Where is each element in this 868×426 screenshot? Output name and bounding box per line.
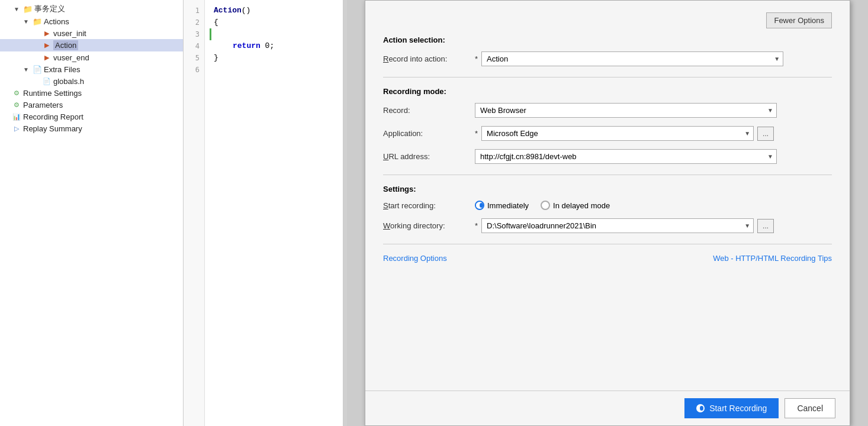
chinese-label: 事务定义 <box>34 4 65 14</box>
code-editor: 1 2 3 4 5 6 Action() { return 0; <box>184 0 343 426</box>
record-into-action-select-wrap: Action vuser_init vuser_end ▼ <box>481 51 783 66</box>
start-recording-row: Start recording: Immediately <box>383 201 832 210</box>
radio-immediately-circle <box>475 201 484 210</box>
working-dir-label: Working directory: <box>383 221 475 230</box>
record-into-action-row: Record into action: * Action vuser_init … <box>383 51 832 66</box>
sidebar-item-runtime[interactable]: ⚙ Runtime Settings <box>0 87 183 99</box>
record-select[interactable]: Web Browser Windows Sockets COM/DCOM <box>475 103 777 118</box>
cancel-button[interactable]: Cancel <box>785 398 835 418</box>
fewer-options-row: Fewer Options <box>383 12 832 28</box>
runtime-icon: ⚙ <box>12 88 21 98</box>
links-row: Recording Options Web - HTTP/HTML Record… <box>383 254 832 263</box>
working-dir-browse-button[interactable]: ... <box>757 219 774 233</box>
collapse-icon-actions: ▼ <box>21 17 31 26</box>
code-line-3 <box>210 28 338 40</box>
folder-icon-actions: 📁 <box>33 17 42 26</box>
radio-immediately[interactable]: Immediately <box>475 201 529 210</box>
recording-options-link[interactable]: Recording Options <box>383 254 447 263</box>
sidebar-item-parameters[interactable]: ⚙ Parameters <box>0 99 183 111</box>
url-select[interactable]: http://cfgjt.cn:8981/devt-web <box>475 149 777 164</box>
line-num-3: 3 <box>184 28 204 40</box>
radio-delayed[interactable]: In delayed mode <box>541 201 610 210</box>
record-into-action-select[interactable]: Action vuser_init vuser_end <box>481 51 783 66</box>
url-label: URL address: <box>383 152 475 161</box>
required-star-dir: * <box>475 221 478 230</box>
sidebar-item-label-replay: Replay Summary <box>23 124 82 133</box>
sidebar-item-replay-summary[interactable]: ▷ Replay Summary <box>0 122 183 134</box>
settings-section: Settings: Start recording: Immediately <box>383 185 832 233</box>
dialog-footer: Start Recording Cancel <box>365 390 850 425</box>
sidebar-item-label-vuser-end: vuser_end <box>53 53 89 62</box>
sidebar-item-label-action: Action <box>53 40 78 50</box>
params-icon: ⚙ <box>12 100 21 109</box>
sidebar-item-label-actions: Actions <box>44 17 69 26</box>
btn-circle-icon <box>696 404 705 412</box>
sidebar-item-label-extra: Extra Files <box>44 65 80 74</box>
sidebar-item-chinese[interactable]: ▼ 📁 事务定义 <box>0 2 183 15</box>
radio-group-start: Immediately In delayed mode <box>475 201 610 210</box>
url-label-underline: U <box>383 152 388 161</box>
code-return-val: 0; <box>261 40 274 52</box>
recording-mode-title: Recording mode: <box>383 87 832 96</box>
radio-delayed-circle <box>541 201 550 210</box>
radio-immediately-label: Immediately <box>487 201 529 210</box>
sidebar-item-recording-report[interactable]: 📊 Recording Report <box>0 111 183 122</box>
sidebar-item-extra-files[interactable]: ▼ 📄 Extra Files <box>0 63 183 75</box>
btn-dot <box>697 406 700 410</box>
code-line-1: Action() <box>210 5 338 17</box>
start-recording-control: Immediately In delayed mode <box>475 201 832 210</box>
sidebar-item-label-globals: globals.h <box>53 77 84 86</box>
action-icon-vuser-init: ▶ <box>42 28 52 38</box>
code-return: return <box>233 40 261 52</box>
required-star-action: * <box>475 54 478 63</box>
sidebar-item-vuser-init[interactable]: ▶ vuser_init <box>0 27 183 39</box>
radio-delayed-label: In delayed mode <box>553 201 610 210</box>
sidebar-item-label-report: Recording Report <box>23 112 83 121</box>
report-icon: 📊 <box>12 112 21 121</box>
application-label-text: Application: <box>383 129 423 138</box>
working-dir-select-wrap: D:\Software\loadrunner2021\Bin ▼ <box>481 218 754 233</box>
radio-dot <box>476 203 480 208</box>
application-select-wrap: Microsoft Edge Chrome Firefox Internet E… <box>481 126 754 141</box>
action-selection-section: Action selection: Record into action: * … <box>383 36 832 66</box>
working-dir-select[interactable]: D:\Software\loadrunner2021\Bin <box>481 218 754 233</box>
sidebar-item-action[interactable]: ▶ Action <box>0 39 183 51</box>
spacer-icon-vuser-end <box>31 53 40 62</box>
working-dir-row: Working directory: * D:\Software\loadrun… <box>383 218 832 233</box>
sidebar-item-globals[interactable]: 📄 globals.h <box>0 75 183 87</box>
action-selection-title: Action selection: <box>383 36 832 44</box>
application-browse-button[interactable]: ... <box>757 127 774 141</box>
code-line-6 <box>210 64 338 76</box>
code-brace-open: { <box>214 17 218 28</box>
recording-mode-section: Recording mode: Record: Web Browser Wind… <box>383 87 832 164</box>
code-line-5: } <box>210 52 338 64</box>
code-text[interactable]: Action() { return 0; } <box>205 0 343 426</box>
start-recording-button[interactable]: Start Recording <box>684 398 779 418</box>
sidebar-item-actions[interactable]: ▼ 📁 Actions <box>0 15 183 27</box>
record-into-action-control: * Action vuser_init vuser_end ▼ <box>475 51 832 66</box>
sidebar-item-label-runtime: Runtime Settings <box>23 89 82 98</box>
dialog-body: Fewer Options Action selection: Record i… <box>365 1 850 390</box>
recording-tips-link[interactable]: Web - HTTP/HTML Recording Tips <box>713 254 832 263</box>
settings-title: Settings: <box>383 185 832 193</box>
replay-icon: ▷ <box>12 124 21 133</box>
line-num-4: 4 <box>184 40 204 52</box>
code-paren: () <box>242 5 251 17</box>
fewer-options-button[interactable]: Fewer Options <box>766 12 832 28</box>
spacer-icon-vuser-init <box>31 28 40 38</box>
start-label-underline: S <box>383 201 388 210</box>
application-select[interactable]: Microsoft Edge Chrome Firefox Internet E… <box>481 126 754 141</box>
sidebar: ▼ 📁 事务定义 ▼ 📁 Actions ▶ vuser_init ▶ Acti… <box>0 0 184 426</box>
code-brace-close: } <box>214 52 218 64</box>
required-star-app: * <box>475 129 478 138</box>
start-recording-button-label: Start Recording <box>709 404 767 413</box>
sidebar-item-vuser-end[interactable]: ▶ vuser_end <box>0 51 183 63</box>
dialog-overlay: Fewer Options Action selection: Record i… <box>347 0 868 426</box>
record-field-label: Record: <box>383 106 475 115</box>
collapse-icon-extra: ▼ <box>21 64 31 74</box>
url-select-wrap: http://cfgjt.cn:8981/devt-web ▼ <box>475 149 777 164</box>
divider-2 <box>383 175 832 175</box>
code-line-2: { <box>210 17 338 28</box>
working-dir-control: * D:\Software\loadrunner2021\Bin ▼ ... <box>475 218 832 233</box>
application-label: Application: <box>383 129 475 138</box>
